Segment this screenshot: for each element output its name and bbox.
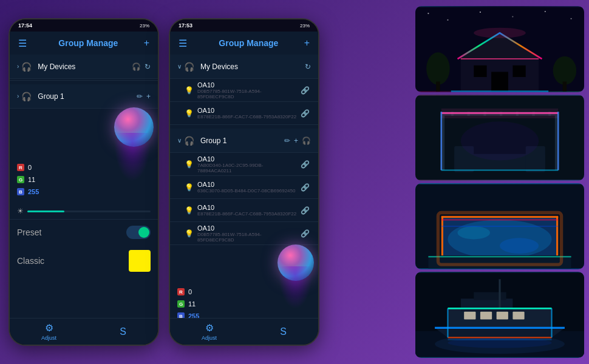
svg-point-38 — [461, 121, 539, 160]
g-device-oa10-1[interactable]: 💡 OA10 7AB0D340-1A0C-2C95-99DB-78894ACA0… — [170, 153, 318, 176]
rgb-r-label-2: R — [177, 288, 185, 295]
svg-rect-31 — [441, 109, 558, 118]
rgb-b-value-2: 255 — [188, 312, 203, 318]
svg-point-4 — [512, 16, 513, 17]
adjust-label-1: Adjust — [41, 335, 56, 341]
my-devices-row-2[interactable]: ∨ 🎧 My Devices ↻ — [170, 55, 318, 79]
headphones-action-1[interactable]: 🎧 — [132, 62, 141, 71]
svg-point-41 — [448, 220, 551, 258]
phone-header-1: ☰ Group Manage + — [10, 32, 158, 55]
svg-rect-10 — [474, 66, 486, 77]
group-icon-2: 🎧 — [184, 136, 194, 146]
device-id-1: D0B57785-801W-7518-A594-85FD8ECF9C8D — [197, 89, 297, 99]
tab-bar-2: ⚙ Adjust S — [170, 318, 318, 345]
group-devices-icon-2[interactable]: 🎧 — [302, 136, 311, 145]
tab-adjust-2[interactable]: ⚙ Adjust — [202, 322, 217, 341]
status-bar-2: 17:53 23% — [170, 19, 318, 32]
g-device-oa10-2[interactable]: 💡 OA10 636C3070-8D05-B484-D0C7-08CB69692… — [170, 176, 318, 199]
device-info-1: OA10 D0B57785-801W-7518-A594-85FD8ECF9C8… — [197, 81, 297, 99]
g-device-name-4: OA10 — [197, 224, 297, 232]
svg-rect-47 — [556, 217, 558, 261]
svg-point-3 — [480, 12, 481, 13]
s-icon-2: S — [280, 326, 287, 337]
refresh-action-2[interactable]: ↻ — [305, 62, 311, 71]
my-devices-label-1: My Devices — [38, 62, 128, 71]
g-device-info-3: OA10 E878E21B-866F-CAC7-C68B-7953A8320F2… — [197, 204, 297, 217]
divider-1 — [10, 80, 158, 81]
rgb-r-value-2: 0 — [188, 288, 203, 295]
add-to-group-1[interactable]: + — [146, 92, 151, 101]
add-to-group-2[interactable]: + — [294, 136, 298, 145]
phone-content-1: › 🎧 My Devices 🎧 ↻ › 🎧 Group 1 ✏ + — [10, 55, 158, 318]
svg-point-42 — [458, 226, 490, 239]
my-devices-label-2: My Devices — [200, 62, 301, 71]
edit-group-2[interactable]: ✏ — [284, 136, 290, 145]
svg-rect-65 — [464, 312, 475, 320]
g-device-id-1: 7AB0D340-1A0C-2C95-99DB-78894ACA0211 — [197, 163, 297, 174]
tab-s-1[interactable]: S — [120, 326, 126, 337]
tab-s-2[interactable]: S — [280, 326, 287, 337]
svg-rect-67 — [497, 312, 508, 320]
brightness-fill-1 — [27, 211, 64, 212]
tab-adjust-1[interactable]: ⚙ Adjust — [41, 322, 56, 341]
link-icon-1[interactable]: 🔗 — [301, 86, 310, 95]
svg-rect-15 — [436, 81, 440, 91]
rgb-g-value-1: 11 — [28, 176, 43, 183]
header-title-1: Group Manage — [33, 38, 144, 48]
svg-point-6 — [571, 18, 572, 19]
house-content — [415, 6, 584, 92]
device-oa10-2[interactable]: 💡 OA10 E878E21B-866F-CAC7-C68B-7953A8320… — [170, 102, 318, 125]
status-icons-2: 23% — [300, 23, 310, 29]
g-link-4[interactable]: 🔗 — [301, 229, 310, 238]
device-name-2: OA10 — [197, 107, 297, 114]
g-link-1[interactable]: 🔗 — [301, 160, 310, 169]
menu-icon-1[interactable]: ☰ — [18, 38, 33, 49]
g-device-id-4: D0B57785-801W-7518-A594-85FD8ECF9C8D — [197, 232, 297, 243]
g-link-3[interactable]: 🔗 — [301, 206, 310, 215]
group1-label-1: Group 1 — [38, 92, 133, 101]
phone-header-2: ☰ Group Manage + — [170, 32, 318, 55]
rgb-g-label-1: G — [17, 176, 24, 183]
chevron-my-devices-2: ∨ — [177, 63, 182, 70]
rgb-b-row-2: B 255 — [177, 311, 311, 318]
headphones-icon-2: 🎧 — [184, 62, 194, 72]
pool-content — [415, 183, 584, 269]
group1-row-2[interactable]: ∨ 🎧 Group 1 ✏ + 🎧 — [170, 129, 318, 153]
classic-row-1: Classic — [10, 245, 158, 277]
svg-point-43 — [500, 238, 539, 254]
preset-toggle-1[interactable] — [126, 226, 151, 239]
group1-label-2: Group 1 — [200, 136, 281, 145]
menu-icon-2[interactable]: ☰ — [179, 38, 193, 49]
rgb-r-label-1: R — [17, 164, 24, 171]
svg-point-16 — [553, 56, 576, 85]
rgb-b-label-2: B — [177, 312, 185, 318]
link-icon-2[interactable]: 🔗 — [301, 109, 310, 118]
preset-label-1: Preset — [17, 228, 126, 237]
brightness-row-1: ☀ — [10, 203, 158, 219]
svg-point-2 — [447, 19, 448, 21]
add-group-button-1[interactable]: + — [144, 38, 149, 49]
g-link-2[interactable]: 🔗 — [301, 183, 310, 192]
g-device-oa10-3[interactable]: 💡 OA10 E878E21B-866F-CAC7-C68B-7953A8320… — [170, 199, 318, 222]
edit-group-1[interactable]: ✏ — [137, 92, 143, 101]
brightness-bar-1[interactable] — [27, 211, 151, 212]
svg-rect-57 — [461, 298, 513, 311]
g-device-info-1: OA10 7AB0D340-1A0C-2C95-99DB-78894ACA021… — [197, 155, 297, 174]
svg-rect-66 — [480, 312, 492, 320]
my-devices-row-1[interactable]: › 🎧 My Devices 🎧 ↻ — [10, 55, 158, 79]
refresh-action-1[interactable]: ↻ — [145, 62, 151, 71]
add-group-button-2[interactable]: + — [304, 38, 310, 49]
classic-label-1: Classic — [17, 256, 129, 266]
preset-row-1: Preset — [10, 219, 158, 245]
photo-pergola — [415, 95, 584, 181]
g-device-id-3: E878E21B-866F-CAC7-C68B-7953A8320F22 — [197, 211, 297, 217]
classic-swatch-1[interactable] — [129, 250, 151, 272]
pergola-svg — [415, 95, 584, 181]
status-time-1: 17:54 — [18, 22, 32, 29]
device-oa10-1[interactable]: 💡 OA10 D0B57785-801W-7518-A594-85FD8ECF9… — [170, 79, 318, 102]
headphones-icon-1: 🎧 — [21, 62, 32, 72]
s-icon-1: S — [120, 326, 126, 337]
svg-rect-68 — [512, 312, 524, 320]
pool-svg — [415, 183, 584, 269]
svg-rect-58 — [474, 292, 506, 300]
